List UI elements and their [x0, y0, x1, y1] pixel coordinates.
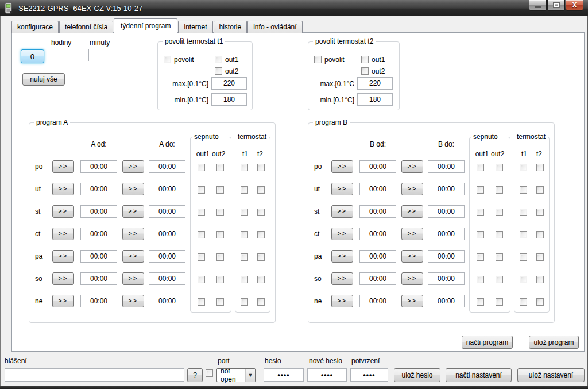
- port-checkbox[interactable]: [206, 369, 213, 377]
- program-b-termostat-checkbox[interactable]: [520, 231, 527, 238]
- od-time-input[interactable]: [80, 228, 117, 240]
- od-time-input[interactable]: [359, 295, 396, 307]
- program-b-termostat-checkbox[interactable]: [520, 253, 527, 261]
- set-do-arrow-button[interactable]: >>: [401, 228, 423, 240]
- set-od-arrow-button[interactable]: >>: [331, 250, 353, 263]
- program-b-termostat-checkbox[interactable]: [536, 298, 544, 306]
- program-b-sepnuto-checkbox[interactable]: [477, 186, 484, 194]
- t2-min-input[interactable]: [357, 93, 393, 106]
- program-a-sepnuto-checkbox[interactable]: [216, 298, 224, 306]
- program-b-sepnuto-checkbox[interactable]: [496, 231, 503, 238]
- close-button[interactable]: X: [566, 0, 583, 11]
- od-time-input[interactable]: [80, 160, 117, 173]
- program-b-sepnuto-checkbox[interactable]: [477, 253, 484, 261]
- t1-out1-checkbox[interactable]: [215, 56, 222, 63]
- program-a-termostat-checkbox[interactable]: [257, 164, 265, 171]
- potvrzeni-input[interactable]: [350, 368, 388, 382]
- program-b-sepnuto-checkbox[interactable]: [496, 276, 503, 283]
- program-a-termostat-checkbox[interactable]: [257, 186, 265, 194]
- program-a-termostat-checkbox[interactable]: [257, 253, 265, 261]
- t1-max-input[interactable]: [211, 77, 247, 90]
- set-od-arrow-button[interactable]: >>: [52, 295, 74, 307]
- od-time-input[interactable]: [359, 183, 396, 195]
- program-a-sepnuto-checkbox[interactable]: [216, 164, 224, 171]
- minimize-button[interactable]: [529, 0, 547, 11]
- program-a-sepnuto-checkbox[interactable]: [198, 164, 205, 171]
- tab-internet[interactable]: internet: [178, 21, 212, 33]
- set-od-arrow-button[interactable]: >>: [331, 272, 353, 285]
- help-button[interactable]: ?: [187, 368, 203, 382]
- program-a-termostat-checkbox[interactable]: [257, 209, 265, 216]
- do-time-input[interactable]: [428, 205, 465, 218]
- od-time-input[interactable]: [359, 160, 396, 173]
- program-b-sepnuto-checkbox[interactable]: [496, 253, 503, 261]
- port-select[interactable]: not open ▼: [216, 368, 256, 382]
- program-a-termostat-checkbox[interactable]: [241, 276, 248, 283]
- set-do-arrow-button[interactable]: >>: [122, 183, 144, 195]
- t2-max-input[interactable]: [357, 77, 393, 90]
- program-a-termostat-checkbox[interactable]: [241, 209, 248, 216]
- program-a-sepnuto-checkbox[interactable]: [198, 276, 205, 283]
- tab-historie[interactable]: historie: [214, 21, 247, 33]
- tab-telefonni-cisla[interactable]: telefonní čísla: [59, 21, 113, 33]
- program-b-sepnuto-checkbox[interactable]: [496, 186, 503, 194]
- set-do-arrow-button[interactable]: >>: [122, 228, 144, 240]
- program-a-sepnuto-checkbox[interactable]: [198, 231, 205, 238]
- set-od-arrow-button[interactable]: >>: [331, 183, 353, 195]
- maximize-button[interactable]: [547, 0, 565, 11]
- od-time-input[interactable]: [80, 205, 117, 218]
- program-a-termostat-checkbox[interactable]: [241, 253, 248, 261]
- set-od-arrow-button[interactable]: >>: [331, 205, 353, 218]
- set-do-arrow-button[interactable]: >>: [401, 295, 423, 307]
- tab-info-ovladani[interactable]: info - ovládání: [247, 21, 302, 33]
- hodiny-input[interactable]: [49, 49, 82, 61]
- program-b-termostat-checkbox[interactable]: [520, 164, 527, 171]
- heslo-input[interactable]: [264, 368, 304, 382]
- set-od-arrow-button[interactable]: >>: [52, 272, 74, 285]
- uloz-nastaveni-button[interactable]: ulož nastavení: [517, 368, 585, 382]
- set-od-arrow-button[interactable]: >>: [52, 205, 74, 218]
- program-a-sepnuto-checkbox[interactable]: [216, 186, 224, 194]
- program-b-sepnuto-checkbox[interactable]: [477, 164, 484, 171]
- program-b-termostat-checkbox[interactable]: [536, 209, 544, 216]
- nove-heslo-input[interactable]: [307, 368, 347, 382]
- set-do-arrow-button[interactable]: >>: [122, 272, 144, 285]
- set-do-arrow-button[interactable]: >>: [122, 160, 144, 173]
- program-b-termostat-checkbox[interactable]: [536, 231, 544, 238]
- program-a-termostat-checkbox[interactable]: [241, 231, 248, 238]
- program-a-sepnuto-checkbox[interactable]: [216, 253, 224, 261]
- program-b-sepnuto-checkbox[interactable]: [477, 298, 484, 306]
- do-time-input[interactable]: [149, 160, 185, 173]
- do-time-input[interactable]: [149, 183, 185, 195]
- set-od-arrow-button[interactable]: >>: [52, 160, 74, 173]
- do-time-input[interactable]: [149, 272, 185, 285]
- t2-out1-checkbox[interactable]: [361, 56, 369, 63]
- set-do-arrow-button[interactable]: >>: [122, 250, 144, 263]
- do-time-input[interactable]: [428, 250, 465, 263]
- set-od-arrow-button[interactable]: >>: [52, 183, 74, 195]
- od-time-input[interactable]: [359, 272, 396, 285]
- program-a-sepnuto-checkbox[interactable]: [216, 276, 224, 283]
- set-do-arrow-button[interactable]: >>: [401, 205, 423, 218]
- set-do-arrow-button[interactable]: >>: [401, 272, 423, 285]
- program-b-termostat-checkbox[interactable]: [520, 276, 527, 283]
- program-a-sepnuto-checkbox[interactable]: [216, 209, 224, 216]
- t1-povolit-checkbox[interactable]: [164, 56, 171, 63]
- program-a-sepnuto-checkbox[interactable]: [216, 231, 224, 238]
- do-time-input[interactable]: [149, 250, 185, 263]
- uloz-program-button[interactable]: ulož program: [529, 336, 579, 349]
- device-index-button[interactable]: 0: [21, 49, 44, 63]
- set-od-arrow-button[interactable]: >>: [331, 228, 353, 240]
- set-do-arrow-button[interactable]: >>: [122, 205, 144, 218]
- program-b-termostat-checkbox[interactable]: [536, 186, 544, 194]
- t1-min-input[interactable]: [211, 93, 247, 106]
- do-time-input[interactable]: [149, 205, 185, 218]
- program-b-sepnuto-checkbox[interactable]: [477, 231, 484, 238]
- od-time-input[interactable]: [80, 183, 117, 195]
- program-a-termostat-checkbox[interactable]: [241, 298, 248, 306]
- set-od-arrow-button[interactable]: >>: [331, 295, 353, 307]
- minuty-input[interactable]: [88, 49, 123, 61]
- od-time-input[interactable]: [359, 228, 396, 240]
- nuluj-vse-button[interactable]: nuluj vše: [22, 73, 65, 86]
- t1-out2-checkbox[interactable]: [215, 67, 222, 75]
